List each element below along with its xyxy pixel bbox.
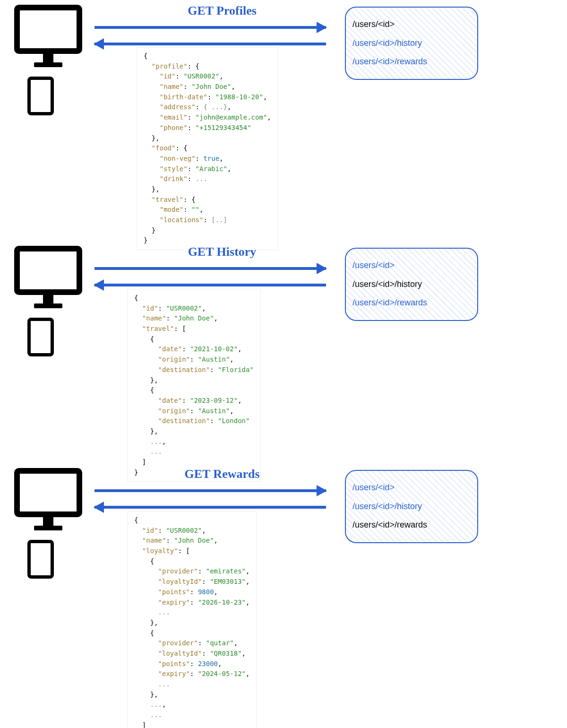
client-devices: [14, 246, 82, 356]
request-label: GET Rewards: [151, 467, 293, 481]
request-arrow: [94, 26, 326, 29]
phone-icon: [27, 77, 54, 115]
monitor-icon: [14, 5, 82, 67]
phone-icon: [27, 540, 54, 579]
request-arrow: [94, 267, 326, 270]
endpoint-profiles: /users/<id>: [352, 256, 471, 275]
response-arrow: [94, 506, 326, 509]
json-response: { "id": "USR0002", "name": "John Doe", "…: [128, 511, 256, 728]
request-arrow: [94, 489, 326, 492]
endpoint-box: /users/<id> /users/<id>/history /users/<…: [345, 470, 478, 543]
endpoint-rewards: /users/<id>/rewards: [352, 52, 471, 71]
endpoint-box: /users/<id> /users/<id>/history /users/<…: [345, 7, 478, 80]
client-devices: [14, 5, 82, 115]
json-response: { "id": "USR0002", "name": "John Doe", "…: [128, 289, 260, 481]
json-response: { "profile": { "id": "USR0002", "name": …: [137, 47, 278, 250]
endpoint-profiles: /users/<id>: [352, 15, 471, 34]
diagram-canvas: GET Profiles /users/<id> /users/<id>/his…: [0, 0, 567, 728]
request-label: GET History: [151, 245, 293, 259]
phone-icon: [27, 318, 54, 356]
monitor-icon: [14, 246, 82, 308]
monitor-icon: [14, 468, 82, 530]
endpoint-history: /users/<id>/history: [352, 34, 471, 53]
endpoint-history: /users/<id>/history: [352, 275, 471, 294]
client-devices: [14, 468, 82, 579]
endpoint-history: /users/<id>/history: [352, 497, 471, 516]
endpoint-box: /users/<id> /users/<id>/history /users/<…: [345, 248, 478, 321]
endpoint-rewards: /users/<id>/rewards: [352, 516, 471, 535]
request-label: GET Profiles: [151, 4, 293, 18]
endpoint-rewards: /users/<id>/rewards: [352, 294, 471, 312]
response-arrow: [94, 284, 326, 286]
endpoint-profiles: /users/<id>: [352, 478, 471, 497]
response-arrow: [94, 43, 326, 45]
